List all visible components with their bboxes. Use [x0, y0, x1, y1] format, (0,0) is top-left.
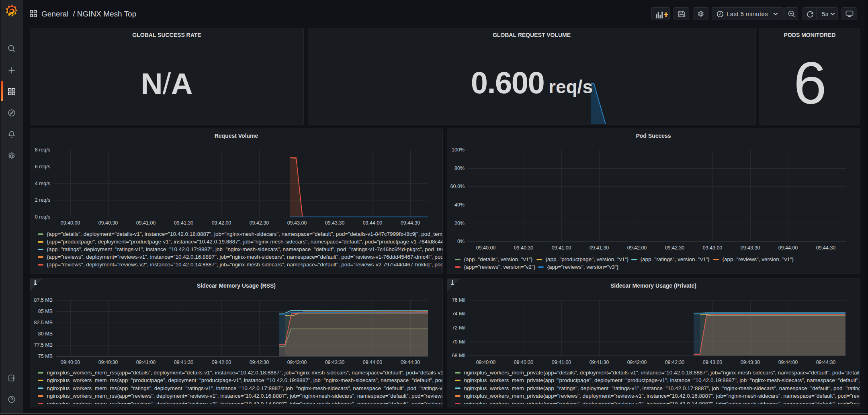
svg-text:0%: 0% [457, 239, 465, 244]
svg-text:80 MB: 80 MB [38, 331, 53, 337]
svg-text:09:40:00: 09:40:00 [61, 220, 80, 226]
svg-text:09:41:00: 09:41:00 [136, 220, 156, 226]
svg-text:8 req/s: 8 req/s [35, 147, 50, 153]
svg-text:09:44:30: 09:44:30 [401, 360, 420, 365]
svg-text:20%: 20% [454, 221, 465, 226]
svg-text:nginxplus_workers_mem_rss{app=: nginxplus_workers_mem_rss{app="ratings",… [47, 385, 443, 391]
svg-text:{app="reviews", version="v2"}: {app="reviews", version="v2"} [464, 264, 536, 270]
svg-text:09:43:00: 09:43:00 [287, 220, 307, 226]
svg-text:2 req/s: 2 req/s [35, 197, 50, 203]
svg-text:09:43:00: 09:43:00 [703, 245, 723, 251]
svg-text:{app="productpage", deployment: {app="productpage", deployment="productp… [47, 239, 443, 245]
svg-text:09:40:00: 09:40:00 [476, 245, 496, 251]
svg-text:nginxplus_workers_mem_rss{app=: nginxplus_workers_mem_rss{app="details",… [47, 370, 443, 376]
svg-text:87.5 MB: 87.5 MB [34, 297, 53, 303]
svg-text:09:42:00: 09:42:00 [627, 245, 647, 251]
svg-text:09:42:00: 09:42:00 [212, 360, 231, 365]
svg-text:req/s: req/s [549, 76, 593, 97]
svg-text:{app="reviews", deployment="re: {app="reviews", deployment="reviews-v2",… [47, 262, 443, 268]
svg-text:09:40:30: 09:40:30 [514, 245, 534, 251]
svg-text:68 Mil: 68 Mil [452, 353, 465, 358]
svg-text:75 MB: 75 MB [38, 354, 53, 359]
svg-text:N/A: N/A [141, 67, 192, 100]
svg-text:Request Volume: Request Volume [215, 133, 258, 139]
svg-text:{app="ratings", deployment="ra: {app="ratings", deployment="ratings-v1",… [47, 246, 443, 252]
svg-text:70 Mil: 70 Mil [452, 339, 465, 345]
svg-text:nginxplus_workers_mem_rss{app=: nginxplus_workers_mem_rss{app="reviews",… [47, 393, 443, 399]
svg-text:09:43:00: 09:43:00 [287, 360, 307, 365]
svg-text:82.5 MB: 82.5 MB [34, 320, 53, 325]
svg-text:09:42:00: 09:42:00 [627, 360, 647, 365]
svg-text:{app="reviews", deployment="re: {app="reviews", deployment="reviews-v1",… [47, 254, 443, 260]
svg-text:09:43:30: 09:43:30 [325, 360, 345, 365]
svg-text:09:42:00: 09:42:00 [212, 220, 231, 226]
svg-text:09:42:30: 09:42:30 [665, 245, 685, 251]
svg-text:nginxplus_workers_mem_private{: nginxplus_workers_mem_private{app="revie… [464, 393, 860, 399]
svg-text:09:44:30: 09:44:30 [816, 245, 836, 251]
svg-text:09:42:30: 09:42:30 [665, 360, 685, 365]
svg-text:4 req/s: 4 req/s [35, 181, 50, 186]
svg-text:09:41:30: 09:41:30 [590, 360, 609, 365]
svg-text:0 req/s: 0 req/s [35, 214, 50, 220]
svg-text:09:41:00: 09:41:00 [552, 245, 571, 251]
svg-text:09:41:00: 09:41:00 [136, 360, 156, 365]
svg-text:09:42:30: 09:42:30 [250, 360, 269, 365]
svg-text:0.600: 0.600 [471, 65, 545, 100]
svg-text:74 Mil: 74 Mil [452, 311, 465, 317]
svg-text:{app="productpage", version="v: {app="productpage", version="v1"} [546, 256, 629, 262]
svg-text:85 MB: 85 MB [38, 309, 53, 314]
svg-text:GLOBAL SUCCESS RATE: GLOBAL SUCCESS RATE [132, 32, 201, 38]
svg-text:72 Mil: 72 Mil [452, 325, 465, 331]
svg-text:6 req/s: 6 req/s [35, 164, 50, 170]
svg-text:09:43:30: 09:43:30 [741, 360, 760, 365]
svg-text:{app="details", version="v1"}: {app="details", version="v1"} [464, 256, 533, 262]
svg-text:09:43:00: 09:43:00 [703, 360, 723, 365]
svg-text:09:44:00: 09:44:00 [778, 245, 798, 251]
svg-text:09:44:00: 09:44:00 [363, 220, 383, 226]
svg-text:GLOBAL REQUEST VOLUME: GLOBAL REQUEST VOLUME [493, 32, 571, 38]
svg-text:{app="reviews", version="v1"}: {app="reviews", version="v1"} [723, 256, 794, 262]
svg-text:PODS MONITORED: PODS MONITORED [784, 32, 836, 38]
svg-text:80%: 80% [454, 166, 465, 171]
svg-text:09:41:30: 09:41:30 [174, 220, 194, 226]
svg-text:{app="reviews", version="v3"}: {app="reviews", version="v3"} [547, 264, 619, 270]
svg-text:nginxplus_workers_mem_private{: nginxplus_workers_mem_private{app="ratin… [464, 385, 860, 391]
svg-text:nginxplus_workers_mem_private{: nginxplus_workers_mem_private{app="detai… [464, 370, 860, 376]
svg-text:09:42:30: 09:42:30 [250, 220, 269, 226]
svg-text:09:40:00: 09:40:00 [476, 360, 496, 365]
svg-text:09:44:30: 09:44:30 [816, 360, 836, 365]
svg-text:60.0%: 60.0% [450, 184, 465, 189]
svg-text:Pod Success: Pod Success [636, 133, 671, 139]
svg-text:09:40:00: 09:40:00 [61, 360, 80, 365]
svg-text:Sidecar Memory Usage (Private): Sidecar Memory Usage (Private) [610, 282, 696, 289]
svg-text:nginxplus_workers_mem_private{: nginxplus_workers_mem_private{app="produ… [464, 377, 860, 383]
svg-text:09:44:00: 09:44:00 [778, 360, 798, 365]
svg-text:09:41:30: 09:41:30 [590, 245, 609, 251]
svg-text:09:40:30: 09:40:30 [98, 360, 118, 365]
svg-text:Sidecar Memory Usage (RSS): Sidecar Memory Usage (RSS) [197, 282, 276, 289]
svg-text:09:40:30: 09:40:30 [98, 220, 118, 226]
svg-text:40%: 40% [454, 202, 465, 208]
svg-text:6: 6 [794, 50, 827, 116]
svg-text:09:40:30: 09:40:30 [514, 360, 534, 365]
svg-text:09:43:30: 09:43:30 [325, 220, 345, 226]
svg-text:09:41:00: 09:41:00 [552, 360, 571, 365]
svg-text:09:41:30: 09:41:30 [174, 360, 194, 365]
svg-text:nginxplus_workers_mem_rss{app=: nginxplus_workers_mem_rss{app="productpa… [47, 377, 443, 383]
svg-text:{app="ratings", version="v1"}: {app="ratings", version="v1"} [641, 256, 710, 262]
svg-text:76 Mil: 76 Mil [452, 297, 465, 303]
svg-text:77.5 MB: 77.5 MB [34, 342, 53, 348]
svg-text:09:44:30: 09:44:30 [401, 220, 420, 226]
svg-text:{app="details", deployment="de: {app="details", deployment="details-v1",… [47, 231, 443, 237]
svg-text:09:44:00: 09:44:00 [363, 360, 383, 365]
svg-text:100%: 100% [452, 147, 465, 153]
svg-text:09:43:30: 09:43:30 [741, 245, 760, 251]
